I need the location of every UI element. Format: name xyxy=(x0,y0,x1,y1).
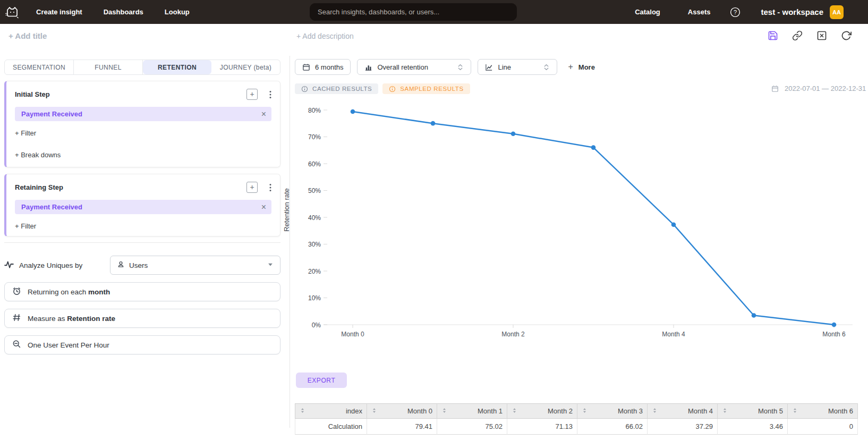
table-header-month-0[interactable]: Month 0 xyxy=(367,403,437,419)
status-badges: CACHED RESULTS SAMPLED RESULTS xyxy=(295,83,470,94)
nav-item-create-insight[interactable]: Create insight xyxy=(36,8,82,16)
column-label: index xyxy=(346,407,362,415)
event-chip[interactable]: Payment Received × xyxy=(15,107,271,121)
info-icon xyxy=(389,86,396,92)
add-filter-button[interactable]: + Filter xyxy=(15,129,271,137)
add-description-button[interactable]: + Add description xyxy=(296,32,354,40)
nav-item-dashboards[interactable]: Dashboards xyxy=(104,8,143,16)
refresh-icon[interactable] xyxy=(840,30,852,41)
nav-item-catalog[interactable]: Catalog xyxy=(635,8,660,16)
remove-event-icon[interactable]: × xyxy=(261,110,266,119)
svg-text:Month 2: Month 2 xyxy=(501,331,525,338)
svg-text:Month 6: Month 6 xyxy=(822,331,846,338)
svg-text:0%: 0% xyxy=(312,321,321,329)
table-header-month-2[interactable]: Month 2 xyxy=(507,403,577,419)
cached-results-badge: CACHED RESULTS xyxy=(295,83,378,94)
initial-step-title: Initial Step xyxy=(15,90,246,98)
copy-link-icon[interactable] xyxy=(792,30,803,41)
column-label: Month 0 xyxy=(407,407,432,415)
retention-line-chart[interactable]: 0%10%20%30%40%50%60%70%80%Month 0Month 2… xyxy=(282,98,868,343)
user-icon xyxy=(117,260,125,270)
bar-chart-icon xyxy=(364,63,372,71)
tab-retention[interactable]: RETENTION xyxy=(143,60,211,74)
table-header-month-4[interactable]: Month 4 xyxy=(648,403,718,419)
avatar[interactable]: AA xyxy=(830,5,844,19)
sort-icon xyxy=(441,407,447,416)
workspace-name[interactable]: test - workspace xyxy=(761,7,823,16)
nav-links-right: CatalogAssets ? test - workspace AA xyxy=(607,0,844,24)
header-actions xyxy=(767,30,852,41)
column-label: Month 4 xyxy=(688,407,713,415)
retention-line xyxy=(353,112,834,325)
data-point-month-2 xyxy=(511,131,516,136)
chart-type-select[interactable]: Line xyxy=(478,59,557,75)
table-cell: 75.02 xyxy=(437,419,507,435)
tab-funnel[interactable]: FUNNEL xyxy=(74,60,143,74)
event-chip-label: Payment Received xyxy=(21,110,261,118)
top-nav: Create insightDashboardsLookup CatalogAs… xyxy=(0,0,868,24)
add-event-button[interactable]: + xyxy=(246,89,258,100)
sampled-results-label: SAMPLED RESULTS xyxy=(400,86,463,92)
chart-toolbar: 6 months Overall retention Line + More xyxy=(295,59,595,75)
clock-icon xyxy=(12,286,21,298)
table-header-month-3[interactable]: Month 3 xyxy=(577,403,648,419)
add-title-button[interactable]: + Add title xyxy=(8,31,47,40)
table-cell: 3.46 xyxy=(718,419,788,435)
table-cell: 66.02 xyxy=(577,419,648,435)
y-axis-label: Retention rate xyxy=(283,188,291,232)
table-header-row: indexMonth 0Month 1Month 2Month 3Month 4… xyxy=(295,403,858,419)
tab-segmentation[interactable]: SEGMENTATION xyxy=(5,60,74,74)
event-chip[interactable]: Payment Received × xyxy=(15,200,271,214)
table-header-month-5[interactable]: Month 5 xyxy=(718,403,788,419)
nav-item-assets[interactable]: Assets xyxy=(688,8,711,16)
svg-text:20%: 20% xyxy=(308,268,321,275)
data-point-month-6 xyxy=(832,323,837,327)
select-caret-icon xyxy=(543,63,550,71)
more-button[interactable]: + More xyxy=(568,62,594,72)
initial-step-card: Initial Step + Payment Received × + Filt… xyxy=(4,81,280,167)
data-point-month-3 xyxy=(591,145,596,150)
svg-text:80%: 80% xyxy=(308,107,321,114)
plus-icon: + xyxy=(568,62,573,72)
add-event-button[interactable]: + xyxy=(246,182,258,193)
insight-type-tabs: SEGMENTATIONFUNNELRETENTIONJOURNEY (beta… xyxy=(4,60,280,75)
nav-item-lookup[interactable]: Lookup xyxy=(165,8,190,16)
select-caret-icon xyxy=(457,63,464,71)
analyze-by-value: Users xyxy=(129,261,267,269)
save-icon[interactable] xyxy=(767,30,779,41)
option-one-user-event-per-hour[interactable]: One User Event Per Hour xyxy=(4,335,280,354)
info-icon xyxy=(301,86,308,92)
date-range-button[interactable]: 6 months xyxy=(295,59,351,75)
svg-text:30%: 30% xyxy=(308,241,321,248)
export-button[interactable]: EXPORT xyxy=(296,373,347,388)
step-menu-icon[interactable] xyxy=(269,90,271,99)
svg-text:40%: 40% xyxy=(308,214,321,222)
option-label: One User Event Per Hour xyxy=(28,341,109,349)
table-header-month-1[interactable]: Month 1 xyxy=(437,403,507,419)
event-chip-label: Payment Received xyxy=(21,203,261,211)
date-range-label: 6 months xyxy=(315,63,343,71)
add-filter-button[interactable]: + Filter xyxy=(15,222,271,230)
analyze-uniques-row: Analyze Uniques by Users xyxy=(4,256,280,275)
metric-select[interactable]: Overall retention xyxy=(357,59,471,75)
data-point-month-0 xyxy=(351,109,355,114)
cat-logo-icon[interactable] xyxy=(4,4,20,20)
zoom-out-icon xyxy=(12,340,21,351)
table-header-index[interactable]: index xyxy=(295,403,367,419)
search-input[interactable] xyxy=(310,3,517,21)
add-breakdown-button[interactable]: + Break downs xyxy=(15,151,271,159)
option-returning-on-each-month[interactable]: Returning on each month xyxy=(4,282,280,301)
analyze-by-select[interactable]: Users xyxy=(110,256,280,275)
tab-journey-beta[interactable]: JOURNEY (beta) xyxy=(211,60,280,74)
help-icon[interactable]: ? xyxy=(730,7,741,18)
clear-icon[interactable] xyxy=(816,30,828,41)
table-cell: 79.41 xyxy=(367,419,437,435)
step-menu-icon[interactable] xyxy=(269,183,271,192)
table-header-month-6[interactable]: Month 6 xyxy=(788,403,858,419)
metric-select-value: Overall retention xyxy=(377,63,457,71)
column-label: Month 5 xyxy=(758,407,783,415)
column-label: Month 1 xyxy=(478,407,503,415)
remove-event-icon[interactable]: × xyxy=(261,203,266,211)
option-measure-as-retention-rate[interactable]: Measure as Retention rate xyxy=(4,309,280,328)
sort-icon xyxy=(300,407,305,416)
